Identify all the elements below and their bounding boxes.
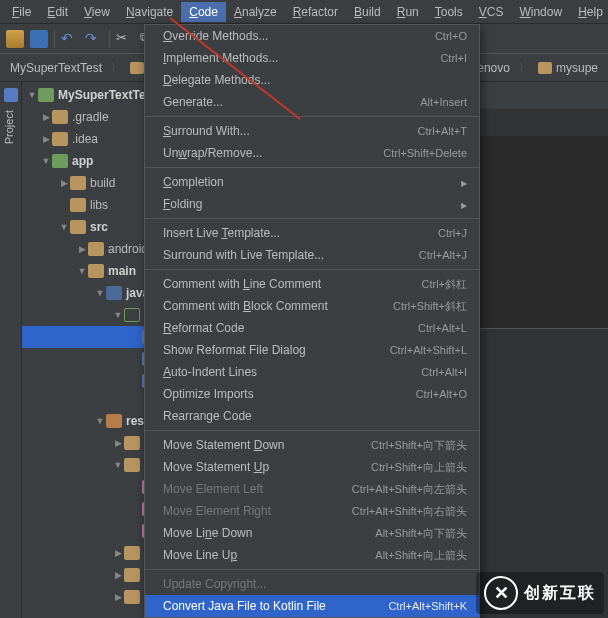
folder-icon [52, 110, 68, 124]
menu-item[interactable]: Optimize ImportsCtrl+Alt+O [145, 383, 479, 405]
menu-item[interactable]: Move Line UpAlt+Shift+向上箭头 [145, 544, 479, 566]
menu-item: Update Copyright... [145, 573, 479, 595]
module-icon [52, 154, 68, 168]
tool-rail: Project [0, 82, 22, 618]
module-icon [38, 88, 54, 102]
menubar: FileEditViewNavigateCodeAnalyzeRefactorB… [0, 0, 608, 24]
menu-item[interactable]: Auto-Indent LinesCtrl+Alt+I [145, 361, 479, 383]
menu-build[interactable]: Build [346, 2, 389, 22]
code-menu: Override Methods...Ctrl+OImplement Metho… [144, 24, 480, 618]
menu-item[interactable]: Override Methods...Ctrl+O [145, 25, 479, 47]
menu-refactor[interactable]: Refactor [285, 2, 346, 22]
menu-item[interactable]: Generate...Alt+Insert [145, 91, 479, 113]
folder-icon [124, 436, 140, 450]
menu-item[interactable]: Comment with Block CommentCtrl+Shift+斜杠 [145, 295, 479, 317]
menu-item[interactable]: Completion [145, 171, 479, 193]
watermark-icon: ✕ [484, 576, 518, 610]
menu-tools[interactable]: Tools [427, 2, 471, 22]
menu-vcs[interactable]: VCS [471, 2, 512, 22]
folder-icon [124, 590, 140, 604]
menu-separator [145, 167, 479, 168]
menu-item[interactable]: Move Statement DownCtrl+Shift+向下箭头 [145, 434, 479, 456]
folder-icon [538, 62, 552, 74]
crumb-item[interactable]: mysupe [532, 61, 604, 75]
menu-item[interactable]: Surround with Live Template...Ctrl+Alt+J [145, 244, 479, 266]
menu-code[interactable]: Code [181, 2, 226, 22]
menu-item: Move Element RightCtrl+Alt+Shift+向右箭头 [145, 500, 479, 522]
folder-icon [52, 132, 68, 146]
menu-item[interactable]: Delegate Methods... [145, 69, 479, 91]
menu-help[interactable]: Help [570, 2, 608, 22]
menu-separator [145, 218, 479, 219]
menu-item[interactable]: Comment with Line CommentCtrl+斜杠 [145, 273, 479, 295]
redo-icon[interactable]: ↷ [85, 30, 103, 48]
watermark: ✕ 创新互联 [476, 572, 604, 614]
menu-item[interactable]: Unwrap/Remove...Ctrl+Shift+Delete [145, 142, 479, 164]
menu-navigate[interactable]: Navigate [118, 2, 181, 22]
menu-separator [145, 269, 479, 270]
menu-item[interactable]: Folding [145, 193, 479, 215]
project-tool-label[interactable]: Project [3, 110, 15, 144]
res-folder-icon [106, 414, 122, 428]
folder-icon [70, 198, 86, 212]
folder-icon [88, 264, 104, 278]
folder-icon [124, 546, 140, 560]
menu-file[interactable]: File [4, 2, 39, 22]
folder-icon [130, 62, 144, 74]
menu-item[interactable]: Reformat CodeCtrl+Alt+L [145, 317, 479, 339]
folder-icon [124, 568, 140, 582]
save-icon[interactable] [30, 30, 48, 48]
menu-item[interactable]: Move Line DownAlt+Shift+向下箭头 [145, 522, 479, 544]
menu-separator [145, 430, 479, 431]
menu-item[interactable]: Rearrange Code [145, 405, 479, 427]
folder-icon [88, 242, 104, 256]
open-icon[interactable] [6, 30, 24, 48]
undo-icon[interactable]: ↶ [61, 30, 79, 48]
menu-item[interactable]: Surround With...Ctrl+Alt+T [145, 120, 479, 142]
menu-separator [145, 569, 479, 570]
folder-icon [70, 220, 86, 234]
menu-separator [145, 116, 479, 117]
menu-run[interactable]: Run [389, 2, 427, 22]
source-folder-icon [106, 286, 122, 300]
separator [109, 30, 110, 48]
folder-icon [124, 458, 140, 472]
folder-icon [70, 176, 86, 190]
menu-item[interactable]: Move Statement UpCtrl+Shift+向上箭头 [145, 456, 479, 478]
project-tool-icon[interactable] [4, 88, 18, 102]
crumb-root[interactable]: MySuperTextTest [4, 61, 108, 75]
menu-item[interactable]: Show Reformat File DialogCtrl+Alt+Shift+… [145, 339, 479, 361]
menu-analyze[interactable]: Analyze [226, 2, 285, 22]
menu-item[interactable]: Implement Methods...Ctrl+I [145, 47, 479, 69]
menu-item[interactable]: Insert Live Template...Ctrl+J [145, 222, 479, 244]
menu-edit[interactable]: Edit [39, 2, 76, 22]
package-icon [124, 308, 140, 322]
menu-item: Move Element LeftCtrl+Alt+Shift+向左箭头 [145, 478, 479, 500]
menu-view[interactable]: View [76, 2, 118, 22]
watermark-text: 创新互联 [524, 583, 596, 604]
separator [54, 30, 55, 48]
menu-item[interactable]: Convert Java File to Kotlin FileCtrl+Alt… [145, 595, 479, 617]
cut-icon[interactable]: ✂ [116, 30, 134, 48]
menu-window[interactable]: Window [511, 2, 570, 22]
